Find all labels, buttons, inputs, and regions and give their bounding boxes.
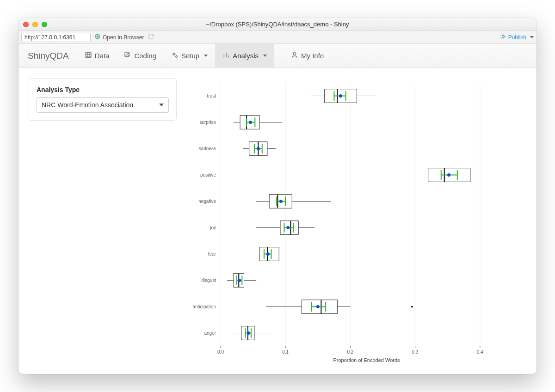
window-title: ~/Dropbox (SPS)/ShinyQDA/inst/daacs_demo… (18, 21, 536, 28)
y-category-label: positive (200, 172, 216, 178)
app-brand: ShinyQDA (28, 44, 77, 67)
nav-item-setup[interactable]: Setup (164, 44, 215, 67)
svg-point-73 (266, 252, 270, 256)
svg-rect-3 (86, 53, 91, 58)
chevron-down-icon (263, 55, 267, 57)
minimize-icon[interactable] (32, 22, 38, 27)
x-axis-title: Proportion of Encoded Words (333, 357, 400, 363)
y-category-label: fear (208, 251, 216, 257)
svg-point-33 (249, 121, 252, 124)
open-in-browser-label: Open in Browser (103, 34, 144, 41)
svg-point-57 (279, 200, 283, 203)
pencil-edit-icon (124, 51, 131, 60)
nav-label: My Info (301, 52, 324, 60)
close-icon[interactable] (23, 22, 29, 27)
svg-point-49 (447, 173, 450, 177)
y-category-label: sadness (199, 146, 216, 151)
y-category-label: anger (204, 331, 216, 336)
x-tick-label: 0.4 (477, 349, 483, 355)
svg-point-25 (339, 94, 342, 98)
chevron-down-icon (204, 55, 208, 57)
svg-point-41 (257, 147, 260, 150)
svg-point-90 (411, 306, 413, 308)
y-category-label: surprise (199, 120, 216, 125)
refresh-icon[interactable] (148, 33, 154, 41)
user-icon (291, 51, 298, 60)
svg-point-89 (316, 305, 320, 308)
boxplot-chart: 0.00.10.20.30.4Proportion of Encoded Wor… (181, 78, 526, 369)
publish-button[interactable]: Publish (500, 33, 534, 41)
browser-icon (94, 33, 101, 41)
publish-label: Publish (508, 34, 526, 41)
sidebar-panel: Analysis Type NRC Word-Emotion Associati… (29, 78, 177, 121)
svg-point-7 (293, 53, 296, 55)
svg-point-1 (502, 36, 504, 38)
svg-point-6 (176, 56, 177, 57)
nav-item-analysis[interactable]: Analysis (215, 44, 274, 67)
svg-point-2 (500, 34, 506, 39)
analysis-type-select[interactable]: NRC Word-Emotion Association (37, 97, 169, 113)
y-category-label: joy (210, 225, 216, 230)
viewer-toolbar: http://127.0.0.1:6361 Open in Browser Pu… (18, 31, 536, 44)
publish-icon (500, 33, 506, 41)
svg-point-5 (173, 53, 175, 55)
bar-chart-icon (222, 51, 230, 60)
navbar: ShinyQDA Data Coding Setup (18, 44, 536, 68)
window-controls (23, 22, 47, 27)
nav-item-coding[interactable]: Coding (117, 44, 164, 67)
plot-svg: 0.00.10.20.30.4Proportion of Encoded Wor… (181, 78, 526, 369)
nav-label: Setup (181, 52, 199, 60)
table-icon (85, 51, 92, 60)
nav-item-data[interactable]: Data (77, 44, 117, 67)
y-category-label: disgust (201, 278, 216, 283)
chevron-down-icon (159, 104, 164, 106)
gears-icon (171, 51, 179, 60)
open-in-browser-button[interactable]: Open in Browser (94, 33, 144, 41)
svg-point-81 (238, 279, 241, 282)
chevron-down-icon (530, 36, 534, 38)
nav-items: Data Coding Setup Analysis (77, 44, 331, 67)
app-window: ~/Dropbox (SPS)/ShinyQDA/inst/daacs_demo… (18, 18, 536, 374)
x-tick-label: 0.2 (347, 349, 353, 355)
x-tick-label: 0.0 (217, 349, 224, 355)
svg-point-98 (247, 331, 250, 335)
x-tick-label: 0.1 (282, 349, 289, 355)
url-text: http://127.0.0.1:6361 (25, 34, 75, 41)
nav-label: Coding (134, 52, 156, 60)
y-category-label: trust (207, 93, 216, 98)
nav-item-my-info[interactable]: My Info (284, 44, 331, 67)
svg-point-65 (286, 226, 290, 229)
x-tick-label: 0.3 (412, 349, 419, 355)
y-category-label: negative (198, 199, 216, 204)
titlebar: ~/Dropbox (SPS)/ShinyQDA/inst/daacs_demo… (18, 18, 536, 31)
content: Analysis Type NRC Word-Emotion Associati… (18, 68, 536, 374)
nav-label: Data (95, 52, 110, 60)
url-field[interactable]: http://127.0.0.1:6361 (21, 33, 91, 42)
nav-label: Analysis (233, 52, 259, 60)
analysis-type-label: Analysis Type (37, 86, 169, 93)
maximize-icon[interactable] (42, 22, 47, 27)
select-value: NRC Word-Emotion Association (42, 101, 133, 109)
y-category-label: anticipation (192, 304, 216, 309)
